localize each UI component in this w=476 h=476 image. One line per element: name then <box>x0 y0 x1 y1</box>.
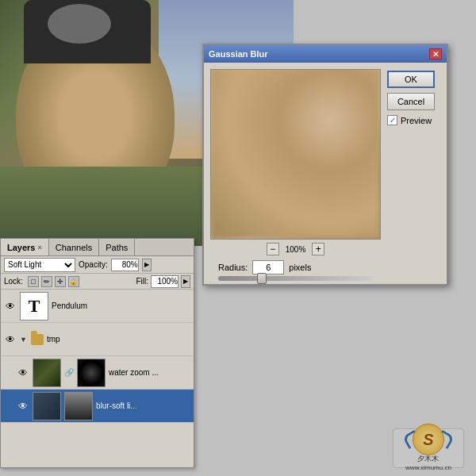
layer-item-pendulum[interactable]: 👁 T Pendulum <box>1 290 194 323</box>
lock-move-icon[interactable]: ✛ <box>55 276 66 287</box>
tab-paths[interactable]: Paths <box>99 239 135 255</box>
preview-label: Preview <box>401 116 432 125</box>
visibility-icon-water[interactable]: 👁 <box>17 367 29 379</box>
layer-name-tmp: tmp <box>47 335 190 344</box>
dialog-sidebar: OK Cancel ✓ Preview <box>387 69 435 278</box>
layer-thumb-pendulum: T <box>20 292 48 321</box>
fill-input[interactable] <box>151 275 178 288</box>
lock-label: Lock: <box>4 277 23 286</box>
dialog-preview-area: − 100% + Radius: pixels <box>210 69 381 278</box>
radius-slider-thumb[interactable] <box>257 273 267 284</box>
tab-layers[interactable]: Layers × <box>1 239 49 255</box>
opacity-arrow[interactable]: ▶ <box>142 259 152 271</box>
fill-label: Fill: <box>136 277 148 286</box>
skull-crossbones <box>48 4 111 44</box>
lock-transparent-icon[interactable]: □ <box>28 276 39 287</box>
radius-row: Radius: pixels <box>210 255 381 276</box>
zoom-level-display: 100% <box>286 245 306 254</box>
layer-item-tmp[interactable]: 👁 ▼ tmp <box>1 323 194 356</box>
folder-icon-tmp <box>31 334 44 345</box>
lock-toolbar: Lock: □ ✏ ✛ 🔒 Fill: ▶ <box>1 274 194 290</box>
opacity-label: Opacity: <box>79 260 108 269</box>
tab-channels[interactable]: Channels <box>49 239 99 255</box>
blend-toolbar: Soft Light Opacity: ▶ <box>1 256 194 274</box>
lock-all-icon[interactable]: 🔒 <box>68 276 79 287</box>
dialog-title: Gaussian Blur <box>209 49 268 59</box>
layer-name-water: water zoom ... <box>109 368 190 377</box>
radius-slider-track[interactable] <box>218 276 373 281</box>
link-icon-water: 🔗 <box>64 368 74 377</box>
preview-zoom-controls: − 100% + <box>210 243 381 255</box>
layer-item-water[interactable]: 👁 🔗 water zoom ... <box>1 356 194 390</box>
layers-list: 👁 T Pendulum 👁 ▼ tmp 👁 🔗 water zoom ... … <box>1 290 194 466</box>
layer-mask-water <box>77 359 106 387</box>
dialog-close-button[interactable]: ✕ <box>429 48 442 60</box>
watermark-url: www.ximumu.cn <box>405 464 451 471</box>
layer-name-blur: blur-soft li... <box>96 401 190 410</box>
zoom-out-button[interactable]: − <box>267 243 279 255</box>
dialog-body: − 100% + Radius: pixels OK Cancel ✓ <box>204 63 447 284</box>
layer-mask-blur <box>64 392 93 420</box>
preview-checkbox-row: ✓ Preview <box>387 115 435 125</box>
close-layers-tab[interactable]: × <box>37 244 41 251</box>
ok-button[interactable]: OK <box>387 71 435 88</box>
blend-mode-select[interactable]: Soft Light <box>4 258 75 272</box>
visibility-icon-pendulum[interactable]: 👁 <box>4 300 17 313</box>
cancel-button[interactable]: Cancel <box>387 93 435 110</box>
layer-thumb-blur <box>33 392 61 420</box>
preview-checkbox[interactable]: ✓ <box>387 115 397 125</box>
visibility-icon-tmp[interactable]: 👁 <box>4 333 17 346</box>
radius-label: Radius: <box>218 263 248 272</box>
visibility-icon-blur[interactable]: 👁 <box>17 400 29 413</box>
pixels-label: pixels <box>289 263 311 272</box>
preview-image[interactable] <box>210 69 381 240</box>
radius-slider-row <box>210 276 381 287</box>
panel-tabs: Layers × Channels Paths <box>1 239 194 256</box>
layer-item-blur[interactable]: 👁 blur-soft li... <box>1 390 194 423</box>
gaussian-blur-dialog: Gaussian Blur ✕ − 100% + Radius: pixels <box>202 44 448 286</box>
layers-panel: Layers × Channels Paths Soft Light Opaci… <box>0 238 194 468</box>
lock-position-icon[interactable]: ✏ <box>41 276 52 287</box>
expand-icon-tmp[interactable]: ▼ <box>20 336 28 344</box>
layer-thumb-water <box>33 359 61 387</box>
zoom-in-button[interactable]: + <box>312 243 324 255</box>
watermark: S 夕木木 www.ximumu.cn <box>393 428 464 468</box>
opacity-input[interactable] <box>111 259 139 271</box>
layer-name-pendulum: Pendulum <box>52 301 190 310</box>
dialog-titlebar: Gaussian Blur ✕ <box>204 45 447 63</box>
blur-preview-render <box>211 70 380 239</box>
fill-arrow[interactable]: ▶ <box>181 275 190 288</box>
